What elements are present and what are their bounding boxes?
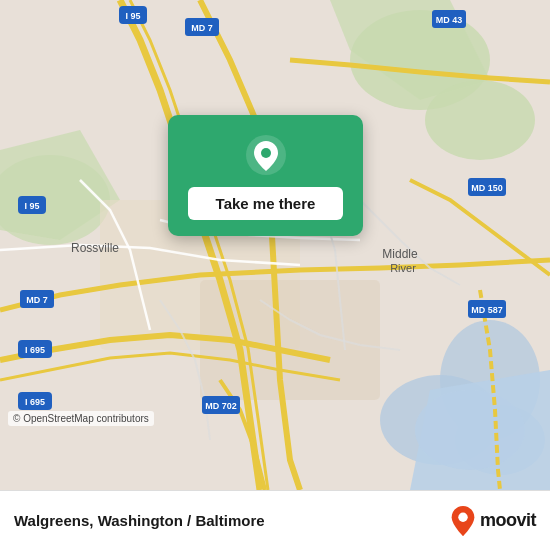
svg-point-37 <box>261 148 271 158</box>
popup-card: Take me there <box>168 115 363 236</box>
svg-text:I 695: I 695 <box>25 397 45 407</box>
svg-text:MD 587: MD 587 <box>471 305 503 315</box>
svg-text:I 95: I 95 <box>125 11 140 21</box>
svg-point-10 <box>415 390 525 470</box>
moovit-pin-icon <box>449 504 477 538</box>
svg-text:River: River <box>390 262 416 274</box>
svg-text:MD 43: MD 43 <box>436 15 463 25</box>
moovit-text: moovit <box>480 510 536 531</box>
location-pin-icon <box>244 133 288 177</box>
svg-text:I 695: I 695 <box>25 345 45 355</box>
location-title: Walgreens, Washington / Baltimore <box>14 512 437 529</box>
map-attribution: © OpenStreetMap contributors <box>8 411 154 426</box>
map-container: I 95 I 95 MD 7 MD 43 MD 150 I 695 I 695 … <box>0 0 550 490</box>
svg-text:MD 150: MD 150 <box>471 183 503 193</box>
svg-text:I 95: I 95 <box>24 201 39 211</box>
svg-text:MD 702: MD 702 <box>205 401 237 411</box>
svg-text:Rossville: Rossville <box>71 241 119 255</box>
svg-text:Middle: Middle <box>382 247 418 261</box>
svg-point-38 <box>458 512 467 521</box>
svg-text:MD 7: MD 7 <box>191 23 213 33</box>
bottom-bar: Walgreens, Washington / Baltimore moovit <box>0 490 550 550</box>
take-me-there-button[interactable]: Take me there <box>188 187 343 220</box>
moovit-logo: moovit <box>449 504 536 538</box>
svg-text:MD 7: MD 7 <box>26 295 48 305</box>
